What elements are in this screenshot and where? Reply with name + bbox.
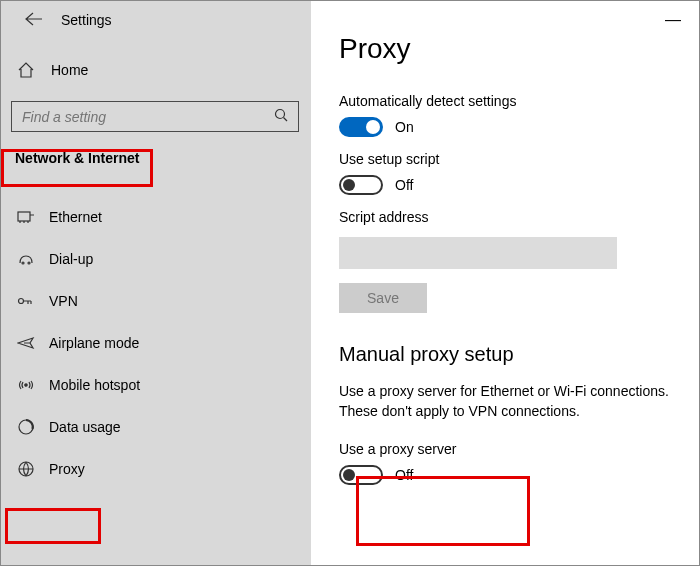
save-button[interactable]: Save [339,283,427,313]
search-icon [274,108,288,125]
dialup-icon [17,250,35,268]
sidebar-item-airplane[interactable]: Airplane mode [1,326,311,360]
use-proxy-toggle[interactable] [339,465,383,485]
sidebar: Settings Home Network & Internet Etherne… [1,1,311,565]
manual-heading: Manual proxy setup [339,343,699,366]
vpn-icon [17,292,35,310]
search-box[interactable] [11,101,299,132]
data-usage-icon [17,418,35,436]
nav-label: Data usage [49,419,121,435]
airplane-icon [17,334,35,352]
section-heading: Network & Internet [1,132,311,172]
sidebar-item-proxy[interactable]: Proxy [1,452,311,486]
nav-label: Airplane mode [49,335,139,351]
svg-rect-1 [18,212,30,221]
svg-point-3 [28,262,30,264]
sidebar-item-vpn[interactable]: VPN [1,284,311,318]
hotspot-icon [17,376,35,394]
nav-label: Dial-up [49,251,93,267]
nav-label: Ethernet [49,209,102,225]
svg-point-2 [22,262,24,264]
auto-detect-label: Automatically detect settings [339,93,699,109]
window-title: Settings [61,12,112,28]
back-button[interactable] [25,11,43,29]
auto-detect-toggle[interactable] [339,117,383,137]
proxy-icon [17,460,35,478]
home-icon [17,61,35,79]
titlebar: Settings [1,1,311,37]
sidebar-item-hotspot[interactable]: Mobile hotspot [1,368,311,402]
nav-label: Mobile hotspot [49,377,140,393]
manual-description: Use a proxy server for Ethernet or Wi-Fi… [339,382,699,421]
setup-script-toggle[interactable] [339,175,383,195]
highlight-proxy [5,508,101,544]
sidebar-item-home[interactable]: Home [1,51,311,89]
minimize-button[interactable]: — [665,11,681,29]
setup-script-state: Off [395,177,413,193]
nav-label: Proxy [49,461,85,477]
sidebar-item-dialup[interactable]: Dial-up [1,242,311,276]
sidebar-item-datausage[interactable]: Data usage [1,410,311,444]
search-input[interactable] [22,109,274,125]
use-proxy-label: Use a proxy server [339,441,699,457]
sidebar-item-ethernet[interactable]: Ethernet [1,200,311,234]
svg-point-5 [25,384,27,386]
settings-window: Settings Home Network & Internet Etherne… [0,0,700,566]
nav-list: Ethernet Dial-up VPN Airplane mode Mobil… [1,200,311,486]
svg-point-0 [276,110,285,119]
page-title: Proxy [339,33,699,65]
use-proxy-state: Off [395,467,413,483]
nav-label: VPN [49,293,78,309]
home-label: Home [51,62,88,78]
script-address-input[interactable] [339,237,617,269]
auto-detect-state: On [395,119,414,135]
content-pane: — Proxy Automatically detect settings On… [311,1,699,565]
svg-point-4 [19,299,24,304]
setup-script-label: Use setup script [339,151,699,167]
ethernet-icon [17,208,35,226]
script-address-label: Script address [339,209,699,225]
